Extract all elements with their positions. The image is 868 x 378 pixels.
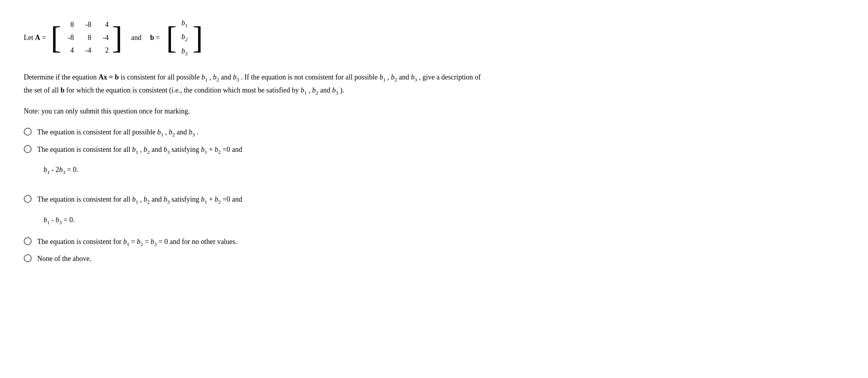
description-text: Determine if the equation Ax = b is cons… bbox=[24, 73, 481, 81]
b-bold: b bbox=[115, 73, 119, 81]
Ax-bold: Ax bbox=[99, 73, 107, 81]
cell-1-1: 8 bbox=[82, 32, 91, 43]
matrix-A: [ 8 -8 4 -8 8 -4 4 -4 2 ] bbox=[51, 17, 122, 58]
bracket-right-b: ] bbox=[192, 22, 203, 53]
option-3-main: The equation is consistent for all b1 , … bbox=[24, 194, 242, 206]
option-2-sub: b1 - 2b3 = 0. bbox=[44, 164, 78, 176]
bracket-right-A: ] bbox=[112, 22, 123, 53]
eq-sign: = bbox=[109, 73, 113, 81]
option-4-text: The equation is consistent for b1 = b2 =… bbox=[37, 236, 237, 248]
option-1-text: The equation is consistent for all possi… bbox=[37, 127, 198, 139]
radio-3[interactable] bbox=[24, 195, 32, 203]
matrix-A-grid: 8 -8 4 -8 8 -4 4 -4 2 bbox=[61, 17, 112, 58]
bracket-left-b: [ bbox=[166, 22, 177, 53]
options-list: The equation is consistent for all possi… bbox=[24, 127, 815, 269]
vector-b-grid: b1 b2 b3 bbox=[177, 16, 193, 59]
note-text: Note: you can only submit this question … bbox=[24, 107, 190, 115]
b-label: b = bbox=[150, 32, 160, 43]
A-bold: A bbox=[35, 34, 40, 42]
cell-2-1: -4 bbox=[82, 45, 91, 56]
option-1: The equation is consistent for all possi… bbox=[24, 127, 815, 139]
option-2-text: The equation is consistent for all b1 , … bbox=[37, 144, 242, 156]
vector-b: [ b1 b2 b3 ] bbox=[166, 16, 203, 59]
b3-cell: b3 bbox=[182, 45, 188, 58]
spacer-1 bbox=[24, 186, 815, 194]
b2-cell: b2 bbox=[182, 31, 188, 43]
b1-cell: b1 bbox=[182, 17, 188, 30]
option-3: The equation is consistent for all b1 , … bbox=[24, 194, 815, 227]
cell-2-2: 2 bbox=[99, 45, 109, 56]
let-label: Let A = bbox=[24, 32, 46, 43]
radio-1[interactable] bbox=[24, 128, 32, 136]
radio-2[interactable] bbox=[24, 145, 32, 153]
cell-1-2: -4 bbox=[99, 32, 109, 43]
option-3-text: The equation is consistent for all b1 , … bbox=[37, 194, 242, 206]
b-bold-2: b bbox=[61, 86, 64, 94]
matrix-section: Let A = [ 8 -8 4 -8 8 -4 4 -4 2 ] and b … bbox=[24, 16, 815, 59]
option-2-main: The equation is consistent for all b1 , … bbox=[24, 144, 242, 156]
and-label: and bbox=[131, 32, 141, 43]
description: Determine if the equation Ax = b is cons… bbox=[24, 71, 815, 97]
page-content: Let A = [ 8 -8 4 -8 8 -4 4 -4 2 ] and b … bbox=[24, 16, 815, 269]
cell-1-0: -8 bbox=[64, 32, 74, 43]
note: Note: you can only submit this question … bbox=[24, 105, 815, 117]
cell-0-2: 4 bbox=[99, 19, 109, 30]
radio-5[interactable] bbox=[24, 254, 32, 262]
cell-2-0: 4 bbox=[64, 45, 74, 56]
cell-0-0: 8 bbox=[64, 19, 74, 30]
radio-4[interactable] bbox=[24, 237, 32, 245]
option-3-sub: b1 - b3 = 0. bbox=[44, 214, 75, 227]
option-2: The equation is consistent for all b1 , … bbox=[24, 144, 815, 177]
option-5-text: None of the above. bbox=[37, 253, 91, 265]
option-4: The equation is consistent for b1 = b2 =… bbox=[24, 236, 815, 248]
cell-0-1: -8 bbox=[82, 19, 91, 30]
bracket-left-A: [ bbox=[51, 22, 61, 53]
description-text-line2: the set of all b for which the equation … bbox=[24, 86, 344, 94]
option-5: None of the above. bbox=[24, 253, 815, 265]
